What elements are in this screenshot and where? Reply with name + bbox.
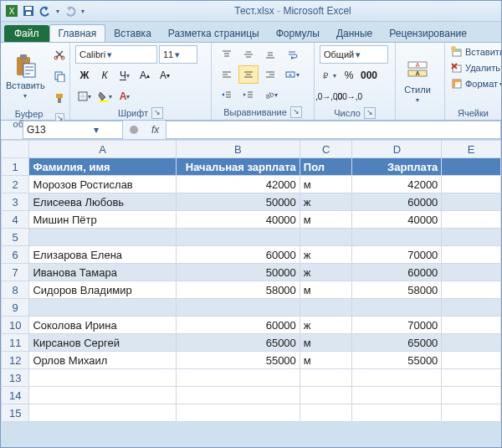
cell-C3[interactable]: ж bbox=[300, 193, 352, 211]
cell-B13[interactable] bbox=[176, 369, 300, 387]
cell-styles-button[interactable]: AA Стили ▾ bbox=[401, 45, 434, 116]
cell-C13[interactable] bbox=[300, 369, 352, 387]
col-header-D[interactable]: D bbox=[352, 141, 442, 158]
cell-A5[interactable] bbox=[29, 229, 177, 246]
insert-cells-button[interactable]: Вставить▾ bbox=[450, 45, 496, 59]
tab-review[interactable]: Рецензирование bbox=[381, 25, 475, 42]
cell-B12[interactable]: 55000 bbox=[176, 352, 300, 369]
cell-E6[interactable] bbox=[442, 246, 501, 264]
cell-A15[interactable] bbox=[29, 404, 177, 422]
wrap-text-button[interactable] bbox=[282, 45, 302, 64]
cell-B5[interactable] bbox=[176, 229, 300, 246]
row-header-13[interactable]: 13 bbox=[2, 369, 29, 387]
cell-D14[interactable] bbox=[352, 387, 442, 404]
cell-E13[interactable] bbox=[442, 369, 501, 387]
decrease-indent-button[interactable] bbox=[217, 85, 237, 104]
cell-B9[interactable] bbox=[176, 299, 300, 317]
row-header-12[interactable]: 12 bbox=[2, 352, 29, 369]
row-header-10[interactable]: 10 bbox=[2, 317, 29, 334]
comma-format-button[interactable]: 000 bbox=[360, 66, 378, 85]
row-header-8[interactable]: 8 bbox=[2, 281, 29, 299]
align-middle-button[interactable] bbox=[238, 45, 259, 64]
cell-A9[interactable] bbox=[29, 299, 177, 317]
cell-D2[interactable]: 42000 bbox=[352, 176, 442, 193]
cell-E4[interactable] bbox=[442, 211, 501, 229]
grow-font-button[interactable]: A▴ bbox=[136, 66, 154, 85]
paste-button[interactable]: Вставить ▾ bbox=[6, 45, 45, 107]
row-header-6[interactable]: 6 bbox=[2, 246, 29, 264]
fx-label[interactable]: fx bbox=[151, 124, 159, 136]
orientation-button[interactable]: ab▾ bbox=[260, 85, 280, 104]
cell-D15[interactable] bbox=[352, 404, 442, 422]
row-header-2[interactable]: 2 bbox=[2, 176, 29, 193]
formula-input[interactable] bbox=[166, 121, 501, 139]
cell-B7[interactable]: 50000 bbox=[176, 264, 300, 281]
row-header-15[interactable]: 15 bbox=[2, 404, 29, 422]
align-left-button[interactable] bbox=[217, 65, 237, 84]
merge-center-button[interactable]: a▾ bbox=[282, 65, 302, 84]
cell-A11[interactable]: Кирсанов Сергей bbox=[29, 334, 177, 352]
cell-A1[interactable]: Фамилия, имя bbox=[29, 158, 177, 176]
spreadsheet-grid[interactable]: ABCDE1Фамилия, имяНачальная зарплатаПолЗ… bbox=[1, 140, 501, 448]
cell-C5[interactable] bbox=[300, 229, 352, 246]
cell-E8[interactable] bbox=[442, 281, 501, 299]
row-header-14[interactable]: 14 bbox=[2, 387, 29, 404]
font-dialog-launcher[interactable]: ↘ bbox=[151, 107, 163, 119]
cell-D10[interactable]: 70000 bbox=[352, 317, 442, 334]
col-header-B[interactable]: B bbox=[176, 141, 300, 158]
accounting-format-button[interactable]: ₽▾ bbox=[320, 66, 338, 85]
cell-E12[interactable] bbox=[442, 352, 501, 369]
tab-home[interactable]: Главная bbox=[49, 24, 106, 42]
cell-A12[interactable]: Орлов Михаил bbox=[29, 352, 177, 369]
cell-B11[interactable]: 65000 bbox=[176, 334, 300, 352]
cell-E9[interactable] bbox=[442, 299, 501, 317]
undo-dropdown-icon[interactable]: ▾ bbox=[56, 8, 59, 15]
cut-button[interactable] bbox=[50, 45, 69, 64]
format-cells-button[interactable]: Формат▾ bbox=[450, 77, 496, 90]
cell-E11[interactable] bbox=[442, 334, 501, 352]
alignment-dialog-launcher[interactable]: ↘ bbox=[290, 106, 302, 118]
cell-D7[interactable]: 60000 bbox=[352, 264, 442, 281]
cell-A3[interactable]: Елисеева Любовь bbox=[29, 193, 177, 211]
row-header-1[interactable]: 1 bbox=[2, 158, 29, 176]
cell-B3[interactable]: 50000 bbox=[176, 193, 300, 211]
cell-C7[interactable]: ж bbox=[300, 264, 352, 281]
cell-A6[interactable]: Елизарова Елена bbox=[29, 246, 177, 264]
redo-icon[interactable] bbox=[64, 5, 76, 17]
cell-C2[interactable]: м bbox=[300, 176, 352, 193]
cell-D1[interactable]: Зарплата bbox=[352, 158, 442, 176]
align-center-button[interactable] bbox=[238, 65, 259, 84]
decrease-decimal-button[interactable]: ,00→,0 bbox=[340, 87, 358, 106]
font-name-combo[interactable]: Calibri▾ bbox=[75, 45, 157, 64]
cell-B6[interactable]: 60000 bbox=[176, 246, 300, 264]
cell-E5[interactable] bbox=[442, 229, 501, 246]
cell-A8[interactable]: Сидоров Владимир bbox=[29, 281, 177, 299]
tab-data[interactable]: Данные bbox=[328, 25, 381, 42]
row-header-5[interactable]: 5 bbox=[2, 229, 29, 246]
tab-file[interactable]: Файл bbox=[4, 25, 49, 42]
cell-D9[interactable] bbox=[352, 299, 442, 317]
tab-insert[interactable]: Вставка bbox=[105, 25, 160, 42]
font-size-combo[interactable]: 11▾ bbox=[159, 45, 197, 64]
row-header-7[interactable]: 7 bbox=[2, 264, 29, 281]
col-header-A[interactable]: A bbox=[29, 141, 177, 158]
number-dialog-launcher[interactable]: ↘ bbox=[364, 107, 376, 119]
cell-E14[interactable] bbox=[442, 387, 501, 404]
cell-B8[interactable]: 58000 bbox=[176, 281, 300, 299]
cell-B10[interactable]: 60000 bbox=[176, 317, 300, 334]
qat-customize-icon[interactable]: ▾ bbox=[81, 8, 85, 15]
tab-page-layout[interactable]: Разметка страницы bbox=[160, 25, 268, 42]
cell-D4[interactable]: 40000 bbox=[352, 211, 442, 229]
bold-button[interactable]: Ж bbox=[75, 66, 94, 85]
cell-C15[interactable] bbox=[300, 404, 352, 422]
col-header-C[interactable]: C bbox=[300, 141, 352, 158]
row-header-9[interactable]: 9 bbox=[2, 299, 29, 317]
cell-E2[interactable] bbox=[442, 176, 501, 193]
cell-C1[interactable]: Пол bbox=[300, 158, 352, 176]
row-header-3[interactable]: 3 bbox=[2, 193, 29, 211]
align-bottom-button[interactable] bbox=[260, 45, 280, 64]
cell-D5[interactable] bbox=[352, 229, 442, 246]
cell-C11[interactable]: м bbox=[300, 334, 352, 352]
select-all-corner[interactable] bbox=[2, 141, 29, 158]
cell-C4[interactable]: м bbox=[300, 211, 352, 229]
